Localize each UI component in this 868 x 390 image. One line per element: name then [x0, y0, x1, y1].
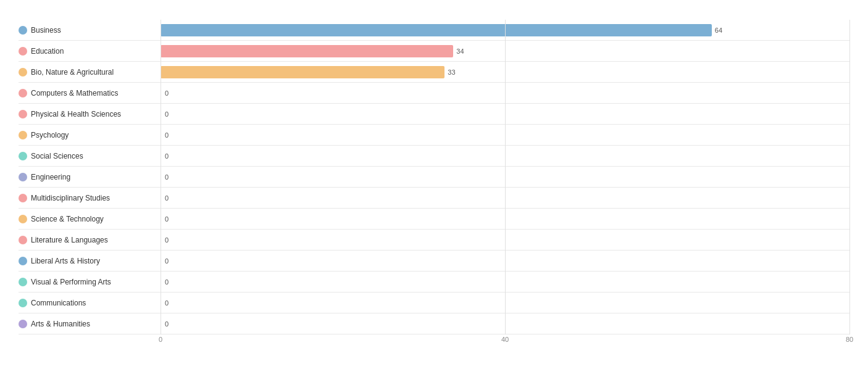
bar: [161, 213, 162, 225]
color-dot: [19, 68, 27, 77]
bar: [161, 45, 453, 57]
bar-container: 0: [161, 149, 849, 163]
bar-container: 0: [161, 191, 849, 205]
bar-label: Business: [19, 26, 161, 35]
bar-value-label: 33: [448, 68, 455, 76]
color-dot: [19, 236, 27, 244]
bar-value-label: 0: [165, 131, 169, 139]
table-row: Visual & Performing Arts0: [19, 272, 849, 292]
bar-label: Education: [19, 47, 161, 56]
bar-label: Computers & Mathematics: [19, 89, 161, 98]
table-row: Literature & Languages0: [19, 230, 849, 251]
color-dot: [19, 110, 27, 118]
bar: [161, 234, 162, 246]
bar-label: Social Sciences: [19, 152, 161, 160]
table-row: Liberal Arts & History0: [19, 251, 849, 272]
table-row: Multidisciplinary Studies0: [19, 188, 849, 209]
bar-label: Multidisciplinary Studies: [19, 194, 161, 202]
bar-label-text: Visual & Performing Arts: [31, 278, 111, 286]
bar: [161, 108, 162, 120]
table-row: Science & Technology0: [19, 209, 849, 230]
grid-line: [849, 20, 850, 334]
color-dot: [19, 26, 27, 35]
table-row: Psychology0: [19, 125, 849, 146]
bar-label: Physical & Health Sciences: [19, 110, 161, 118]
bar-label-text: Literature & Languages: [31, 236, 108, 244]
bar-value-label: 64: [715, 27, 722, 34]
x-tick-label: 80: [846, 336, 853, 343]
bar-label-text: Liberal Arts & History: [31, 257, 100, 265]
bar-container: 0: [161, 107, 849, 121]
bar-container: 0: [161, 170, 849, 184]
table-row: Bio, Nature & Agricultural33: [19, 62, 849, 83]
bar-value-label: 0: [165, 236, 169, 244]
color-dot: [19, 299, 27, 307]
bar-label-text: Business: [31, 26, 61, 35]
bar-value-label: 0: [165, 299, 169, 307]
bar: [161, 318, 162, 330]
bar-label: Arts & Humanities: [19, 320, 161, 328]
x-axis: 04080: [161, 336, 849, 351]
bar-container: 0: [161, 254, 849, 268]
color-dot: [19, 47, 27, 56]
color-dot: [19, 89, 27, 98]
table-row: Engineering0: [19, 167, 849, 188]
table-row: Computers & Mathematics0: [19, 83, 849, 104]
bar-value-label: 0: [165, 215, 169, 223]
color-dot: [19, 173, 27, 181]
bar-label-text: Science & Technology: [31, 215, 104, 223]
bar-label: Visual & Performing Arts: [19, 278, 161, 286]
bar-value-label: 0: [165, 320, 169, 328]
bar: [161, 171, 162, 183]
bar-label: Engineering: [19, 173, 161, 181]
bar-container: 0: [161, 317, 849, 331]
color-dot: [19, 152, 27, 160]
bar-label: Liberal Arts & History: [19, 257, 161, 265]
chart-wrapper: Business64Education34Bio, Nature & Agric…: [19, 20, 849, 351]
bar-value-label: 0: [165, 152, 169, 160]
bar-value-label: 34: [456, 48, 464, 55]
bar: [161, 255, 162, 267]
page-container: Business64Education34Bio, Nature & Agric…: [19, 20, 849, 351]
bar-container: 33: [161, 65, 849, 79]
bar-label-text: Education: [31, 47, 64, 56]
color-dot: [19, 194, 27, 202]
bar: [161, 150, 162, 162]
color-dot: [19, 278, 27, 286]
x-tick-label: 0: [159, 336, 162, 343]
bar-label: Literature & Languages: [19, 236, 161, 244]
x-tick-label: 40: [501, 336, 509, 343]
bar-label-text: Engineering: [31, 173, 70, 181]
bar-label-text: Arts & Humanities: [31, 320, 90, 328]
bar: [161, 129, 162, 141]
bar-label-text: Communications: [31, 299, 86, 307]
bar-label-text: Bio, Nature & Agricultural: [31, 68, 114, 77]
table-row: Education34: [19, 41, 849, 62]
bar: [161, 24, 712, 36]
bar-container: 34: [161, 44, 849, 58]
bar-value-label: 0: [165, 194, 169, 202]
color-dot: [19, 131, 27, 139]
bar: [161, 276, 162, 288]
bar-container: 0: [161, 86, 849, 100]
bar: [161, 66, 444, 78]
table-row: Physical & Health Sciences0: [19, 104, 849, 125]
bar: [161, 87, 162, 99]
bar-label-text: Physical & Health Sciences: [31, 110, 121, 118]
bar-value-label: 0: [165, 89, 169, 97]
bar-value-label: 0: [165, 173, 169, 181]
table-row: Communications0: [19, 292, 849, 313]
bar-label: Science & Technology: [19, 215, 161, 223]
bar-container: 0: [161, 128, 849, 142]
table-row: Arts & Humanities0: [19, 313, 849, 334]
bar-container: 64: [161, 23, 849, 37]
bar: [161, 192, 162, 204]
color-dot: [19, 320, 27, 328]
bar-container: 0: [161, 275, 849, 289]
bar-value-label: 0: [165, 110, 169, 118]
bar-value-label: 0: [165, 278, 169, 286]
bar-label-text: Multidisciplinary Studies: [31, 194, 110, 202]
bar-container: 0: [161, 212, 849, 226]
table-row: Business64: [19, 20, 849, 41]
bar-label: Bio, Nature & Agricultural: [19, 68, 161, 77]
